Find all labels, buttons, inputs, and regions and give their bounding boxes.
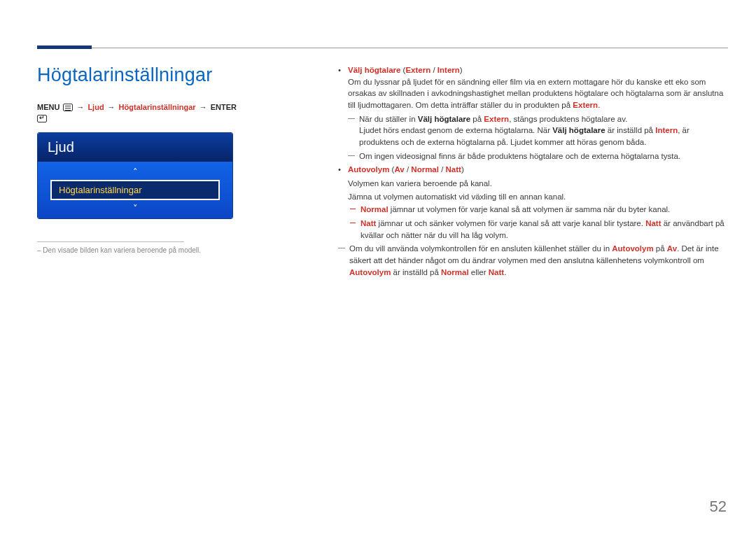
opt2-normal: Normal (411, 165, 439, 174)
left-column: Högtalarinställningar MENU → Ljud → Högt… (37, 64, 247, 280)
opt1-desc-text: Om du lyssnar på ljudet för en sändning … (348, 78, 723, 109)
t: jämnar ut och sänker volymen för varje k… (376, 219, 645, 227)
tv-menu-item-hogtalar[interactable]: Högtalarinställningar (50, 180, 220, 200)
opt1-label: Välj högtalare (348, 66, 400, 74)
t: Normal (441, 268, 469, 276)
header-rule-accent (37, 45, 92, 49)
option-autovolym: Autovolym (Av / Normal / Natt) (338, 164, 728, 176)
dash-normal: Normal jämnar ut volymen för varje kanal… (348, 204, 728, 216)
t: jämnar ut volymen för varje kanal så att… (388, 205, 671, 213)
footnote: – Den visade bilden kan variera beroende… (37, 246, 247, 254)
option-valj-hogtalare: Välj högtalare (Extern / Intern) Om du l… (338, 64, 728, 162)
opt1-intern: Intern (438, 66, 460, 74)
opt2-natt: Natt (446, 165, 461, 174)
breadcrumb: MENU → Ljud → Högtalarinställningar → EN… (37, 103, 247, 122)
note-2: Om ingen videosignal finns är både produ… (348, 150, 728, 162)
menu-icon (63, 104, 73, 111)
bc-hogtalar: Högtalarinställningar (119, 103, 196, 111)
sep: / (439, 165, 446, 174)
t: Ljudet hörs endast genom de externa högt… (359, 126, 552, 134)
t: är inställd på (391, 268, 441, 276)
sep: / (405, 165, 412, 174)
opt1-desc-extern: Extern (573, 101, 598, 109)
dash-natt: Natt jämnar ut och sänker volymen för va… (348, 218, 728, 241)
opt2-desc2: Jämna ut volymen automatiskt vid växling… (348, 191, 728, 203)
t: Extern (484, 115, 509, 123)
t: När du ställer in (359, 115, 418, 123)
t: Välj högtalare (552, 126, 605, 134)
t: på (470, 115, 484, 123)
bc-arrow-1: → (76, 103, 84, 111)
t: är inställd på (606, 126, 656, 134)
note-1: När du ställer in Välj högtalare på Exte… (348, 113, 728, 148)
page-content: Högtalarinställningar MENU → Ljud → Högt… (37, 64, 728, 280)
t: på (654, 244, 667, 253)
bc-arrow-2: → (108, 103, 115, 111)
t: Välj högtalare (418, 115, 470, 123)
opt2-av: Av (394, 165, 404, 174)
t: Normal (360, 205, 388, 213)
opt1-desc: Om du lyssnar på ljudet för en sändning … (348, 76, 728, 111)
t: Natt (360, 219, 376, 227)
right-column: Välj högtalare (Extern / Intern) Om du l… (338, 64, 728, 280)
sep: / (430, 66, 438, 74)
opt2-label: Autovolym (348, 165, 389, 174)
header-rule (37, 48, 728, 48)
chevron-down-icon[interactable]: ˅ (50, 202, 220, 214)
t: . (504, 268, 506, 276)
footnote-text: Den visade bilden kan variera beroende p… (43, 246, 201, 254)
tv-menu-title: Ljud (38, 133, 232, 162)
t: Av (667, 244, 677, 253)
tv-menu-body: ˄ Högtalarinställningar ˅ (38, 162, 232, 218)
t: eller (469, 268, 489, 276)
paren: ) (460, 66, 463, 74)
t: Natt (645, 219, 661, 227)
paren: ) (461, 165, 464, 174)
bc-arrow-3: → (200, 103, 207, 111)
t: , stängs produktens högtalare av. (509, 115, 627, 123)
note-1-line2: Ljudet hörs endast genom de externa högt… (359, 125, 728, 148)
tv-menu: Ljud ˄ Högtalarinställningar ˅ (37, 132, 233, 219)
page-title: Högtalarinställningar (37, 64, 247, 86)
t: Om du vill använda volymkontrollen för e… (349, 244, 612, 253)
bc-enter: ENTER (211, 103, 237, 111)
opt1-extern: Extern (405, 66, 430, 74)
note-3: Om du vill använda volymkontrollen för e… (338, 243, 728, 278)
footnote-rule (37, 241, 184, 242)
t: Autovolym (612, 244, 653, 253)
enter-icon (37, 115, 47, 122)
t: Natt (489, 268, 504, 276)
opt2-desc1: Volymen kan variera beroende på kanal. (348, 178, 728, 190)
bc-menu: MENU (37, 103, 59, 111)
page-number: 52 (710, 498, 727, 516)
bc-ljud: Ljud (88, 103, 104, 111)
chevron-up-icon[interactable]: ˄ (50, 166, 220, 178)
opt1-desc-end: . (598, 101, 600, 109)
t: Autovolym (349, 268, 391, 276)
t: Intern (655, 126, 678, 134)
